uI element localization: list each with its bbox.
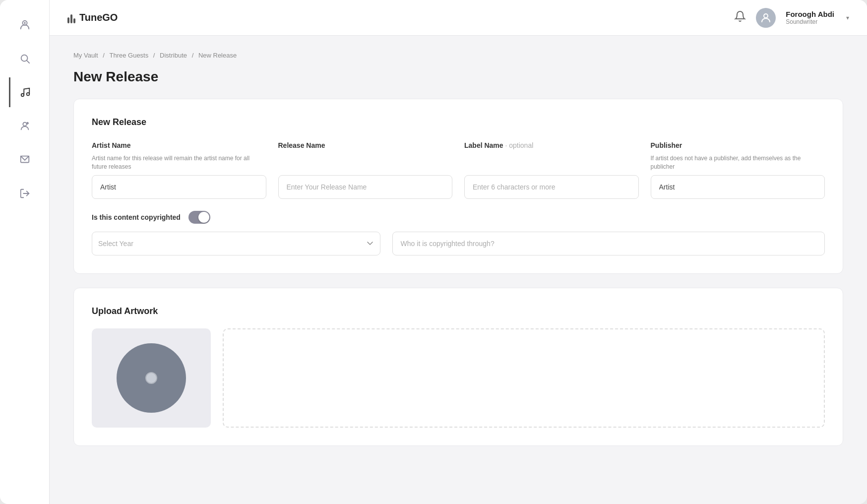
copyright-who-group <box>392 232 825 255</box>
user-info: Foroogh Abdi Soundwriter <box>786 10 834 25</box>
release-name-input[interactable] <box>278 175 453 199</box>
logo-text: TuneGO <box>79 12 118 23</box>
select-year-wrapper: Select Year 2024 2023 2022 2021 2020 <box>92 232 380 255</box>
vinyl-center <box>145 372 157 384</box>
label-name-optional: · optional <box>505 141 533 149</box>
sidebar-item-logout[interactable] <box>10 179 40 208</box>
publisher-label: Publisher <box>651 141 825 149</box>
logo-bar-2 <box>70 14 72 23</box>
user-role: Soundwriter <box>786 18 817 25</box>
new-release-card-title: New Release <box>92 117 825 127</box>
copyright-label-row: Is this content copyrighted <box>92 211 825 224</box>
main-area: TuneGO Foroogh Abdi Soundwriter ▾ <box>50 0 867 504</box>
artist-name-group: Artist Name Artist name for this release… <box>92 141 266 199</box>
publisher-input[interactable] <box>651 175 825 199</box>
user-dropdown-arrow[interactable]: ▾ <box>846 14 849 21</box>
breadcrumb-part-2[interactable]: Three Guests <box>109 52 148 59</box>
toggle-knob <box>198 212 209 223</box>
sidebar-item-badge[interactable] <box>10 10 40 40</box>
sidebar-item-artist[interactable] <box>10 111 40 141</box>
publisher-sublabel: If artist does not have a publisher, add… <box>651 154 825 171</box>
svg-point-4 <box>21 94 24 97</box>
svg-point-9 <box>764 14 768 18</box>
logo: TuneGO <box>67 12 118 23</box>
topnav: TuneGO Foroogh Abdi Soundwriter ▾ <box>50 0 867 36</box>
upload-artwork-title: Upload Artwork <box>92 306 825 316</box>
release-name-label: Release Name <box>278 141 453 149</box>
artist-name-label: Artist Name <box>92 141 266 149</box>
publisher-group: Publisher If artist does not have a publ… <box>651 141 825 199</box>
copyright-fields-row: Select Year 2024 2023 2022 2021 2020 <box>92 232 825 255</box>
logo-icon <box>67 12 75 23</box>
label-name-group: Label Name · optional <box>464 141 639 199</box>
breadcrumb-part-3[interactable]: Distribute <box>160 52 187 59</box>
artwork-area <box>92 328 825 428</box>
copyright-who-input[interactable] <box>392 232 825 255</box>
sidebar-item-music[interactable] <box>9 77 39 107</box>
bell-icon[interactable] <box>734 10 746 25</box>
sidebar-item-search[interactable] <box>10 44 40 73</box>
topnav-right: Foroogh Abdi Soundwriter ▾ <box>734 8 849 28</box>
select-year-input[interactable]: Select Year 2024 2023 2022 2021 2020 <box>92 232 380 255</box>
logo-bar-1 <box>67 17 69 23</box>
sidebar <box>0 0 50 504</box>
svg-line-3 <box>27 61 29 63</box>
artwork-upload-area[interactable] <box>223 328 825 428</box>
new-release-card: New Release Artist Name Artist name for … <box>73 99 843 274</box>
breadcrumb: My Vault / Three Guests / Distribute / N… <box>73 52 843 59</box>
breadcrumb-part-1[interactable]: My Vault <box>73 52 98 59</box>
release-name-group: Release Name <box>278 141 453 199</box>
artist-name-input[interactable] <box>92 175 266 199</box>
copyright-label: Is this content copyrighted <box>92 213 181 221</box>
breadcrumb-sep-3: / <box>192 52 195 59</box>
label-name-label: Label Name · optional <box>464 141 639 149</box>
label-name-input[interactable] <box>464 175 639 199</box>
svg-point-1 <box>24 22 26 24</box>
svg-point-5 <box>27 93 30 96</box>
vinyl-record <box>117 343 186 413</box>
copyright-toggle[interactable] <box>188 211 210 224</box>
logo-bar-3 <box>73 18 75 23</box>
form-row-1: Artist Name Artist name for this release… <box>92 141 825 199</box>
breadcrumb-sep-1: / <box>103 52 106 59</box>
artwork-thumbnail <box>92 328 211 428</box>
artist-name-sublabel: Artist name for this release will remain… <box>92 154 266 171</box>
breadcrumb-sep-2: / <box>153 52 157 59</box>
upload-artwork-card: Upload Artwork <box>73 288 843 446</box>
breadcrumb-part-4: New Release <box>198 52 237 59</box>
copyright-row: Is this content copyrighted Select Year … <box>92 211 825 255</box>
content-area: My Vault / Three Guests / Distribute / N… <box>50 36 867 504</box>
svg-point-6 <box>23 123 26 126</box>
avatar <box>756 8 776 28</box>
user-name: Foroogh Abdi <box>786 10 834 18</box>
page-title: New Release <box>73 69 843 85</box>
sidebar-item-messages[interactable] <box>10 145 40 175</box>
